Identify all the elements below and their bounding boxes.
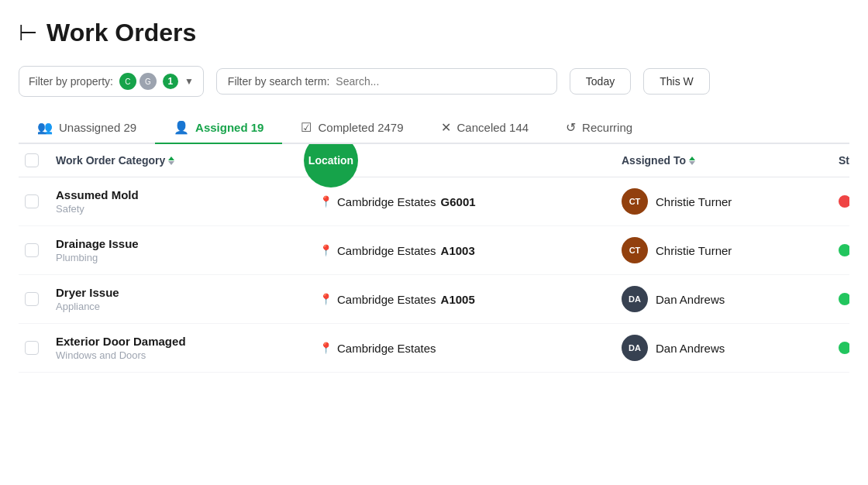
work-order-name: Assumed Mold <box>56 188 319 201</box>
row-checkbox[interactable] <box>25 243 39 257</box>
status-dot <box>839 293 849 305</box>
work-order-info: Assumed Mold Safety <box>56 188 319 215</box>
status-dot <box>839 195 849 208</box>
tab-assigned[interactable]: 👤 Assigned 19 <box>155 112 282 144</box>
assignee-name: Christie Turner <box>656 195 732 208</box>
tab-assigned-label: Assigned 19 <box>195 121 264 134</box>
tab-recurring[interactable]: ↺ Recurring <box>547 112 651 144</box>
location-cell: 📍 Cambridge EstatesA1005 <box>319 293 622 306</box>
work-order-category: Plumbing <box>56 252 319 263</box>
unassigned-icon: 👥 <box>37 120 53 135</box>
location-unit: G6001 <box>441 195 476 208</box>
assigned-icon: 👤 <box>174 120 189 135</box>
sort-down-icon <box>168 161 174 165</box>
sort-assigned-icon[interactable] <box>689 157 695 165</box>
table-body: Assumed Mold Safety 📍 Cambridge EstatesG… <box>19 177 849 373</box>
filter-badge: 1 <box>163 74 178 89</box>
column-assigned-label: Assigned To <box>622 154 686 167</box>
column-status-label: St <box>839 154 849 167</box>
work-order-category: Safety <box>56 203 319 215</box>
sort-up-assigned-icon <box>689 157 695 160</box>
tab-completed-label: Completed 2479 <box>318 121 403 134</box>
table-row[interactable]: Dryer Issue Appliance 📍 Cambridge Estate… <box>19 275 849 324</box>
location-pin-icon: 📍 <box>319 293 332 305</box>
status-dot <box>839 244 849 256</box>
location-name: Cambridge Estates <box>337 244 436 257</box>
work-order-category: Windows and Doors <box>56 349 319 361</box>
select-all-checkbox[interactable] <box>25 153 39 167</box>
page-title: Work Orders <box>46 19 196 47</box>
table-row[interactable]: Exterior Door Damaged Windows and Doors … <box>19 324 849 373</box>
status-cell <box>839 195 849 208</box>
work-orders-icon: ⊢ <box>19 20 37 46</box>
assignee-avatar: CT <box>622 188 648 215</box>
location-name: Cambridge Estates <box>337 342 436 355</box>
tab-recurring-label: Recurring <box>582 121 632 134</box>
assigned-cell: CT Christie Turner <box>622 188 839 215</box>
filter-avatars: C G <box>119 73 157 90</box>
assigned-cell: CT Christie Turner <box>622 237 839 263</box>
tab-canceled[interactable]: ✕ Canceled 144 <box>422 112 548 144</box>
recurring-icon: ↺ <box>566 120 576 135</box>
avatar-2: G <box>140 73 157 90</box>
location-name: Cambridge Estates <box>337 195 436 208</box>
filter-search-container: Filter by search term: <box>216 68 557 95</box>
today-button[interactable]: Today <box>570 68 631 95</box>
canceled-icon: ✕ <box>441 120 451 135</box>
assignee-name: Dan Andrews <box>656 293 725 306</box>
column-header-assigned: Assigned To <box>622 154 839 167</box>
table-row[interactable]: Drainage Issue Plumbing 📍 Cambridge Esta… <box>19 226 849 275</box>
assignee-avatar: DA <box>622 335 648 361</box>
assigned-cell: DA Dan Andrews <box>622 286 839 312</box>
work-order-name: Exterior Door Damaged <box>56 335 319 348</box>
location-unit: A1003 <box>441 244 475 257</box>
work-order-name: Drainage Issue <box>56 237 319 250</box>
assignee-name: Christie Turner <box>656 244 732 257</box>
status-dot <box>839 342 849 354</box>
column-header-status: St <box>839 154 849 167</box>
status-cell <box>839 342 849 354</box>
location-unit: A1005 <box>441 293 475 306</box>
status-cell <box>839 293 849 305</box>
table-header: Work Order Category Location Assigned To <box>19 144 849 177</box>
sort-category-icon[interactable] <box>168 157 174 165</box>
filter-property-dropdown[interactable]: Filter by property: C G 1 ▼ <box>19 66 204 97</box>
avatar-1: C <box>119 73 136 90</box>
status-cell <box>839 244 849 256</box>
filter-property-label: Filter by property: <box>29 75 113 88</box>
tab-completed[interactable]: ☑ Completed 2479 <box>282 112 422 144</box>
location-bubble-label: Location <box>308 154 353 167</box>
assignee-name: Dan Andrews <box>656 342 725 355</box>
location-cell: 📍 Cambridge EstatesA1003 <box>319 244 622 257</box>
work-order-category: Appliance <box>56 301 319 312</box>
status-tabs: 👥 Unassigned 29 👤 Assigned 19 ☑ Complete… <box>19 112 849 144</box>
location-pin-icon: 📍 <box>319 342 332 354</box>
completed-icon: ☑ <box>301 120 312 135</box>
sort-up-icon <box>168 157 174 160</box>
assignee-avatar: DA <box>622 286 648 312</box>
tab-unassigned[interactable]: 👥 Unassigned 29 <box>19 112 155 144</box>
location-name: Cambridge Estates <box>337 293 436 306</box>
work-orders-table: Work Order Category Location Assigned To <box>19 144 849 373</box>
assigned-cell: DA Dan Andrews <box>622 335 839 361</box>
location-cell: 📍 Cambridge EstatesG6001 <box>319 195 622 208</box>
filter-bar: Filter by property: C G 1 ▼ Filter by se… <box>19 66 849 97</box>
tab-canceled-label: Canceled 144 <box>457 121 529 134</box>
work-order-info: Dryer Issue Appliance <box>56 286 319 312</box>
this-week-button[interactable]: This W <box>643 68 710 95</box>
location-cell: 📍 Cambridge Estates <box>319 342 622 355</box>
assignee-avatar: CT <box>622 237 648 263</box>
filter-search-label: Filter by search term: <box>228 75 329 88</box>
row-checkbox[interactable] <box>25 194 39 208</box>
work-order-info: Exterior Door Damaged Windows and Doors <box>56 335 319 361</box>
sort-down-assigned-icon <box>689 161 695 165</box>
table-row[interactable]: Assumed Mold Safety 📍 Cambridge EstatesG… <box>19 177 849 226</box>
page-header: ⊢ Work Orders <box>19 19 849 47</box>
column-category-label: Work Order Category <box>56 154 165 167</box>
row-checkbox[interactable] <box>25 341 39 355</box>
work-order-info: Drainage Issue Plumbing <box>56 237 319 263</box>
chevron-down-icon: ▼ <box>184 76 194 87</box>
search-input[interactable] <box>336 75 546 88</box>
row-checkbox[interactable] <box>25 292 39 306</box>
location-pin-icon: 📍 <box>319 244 332 256</box>
